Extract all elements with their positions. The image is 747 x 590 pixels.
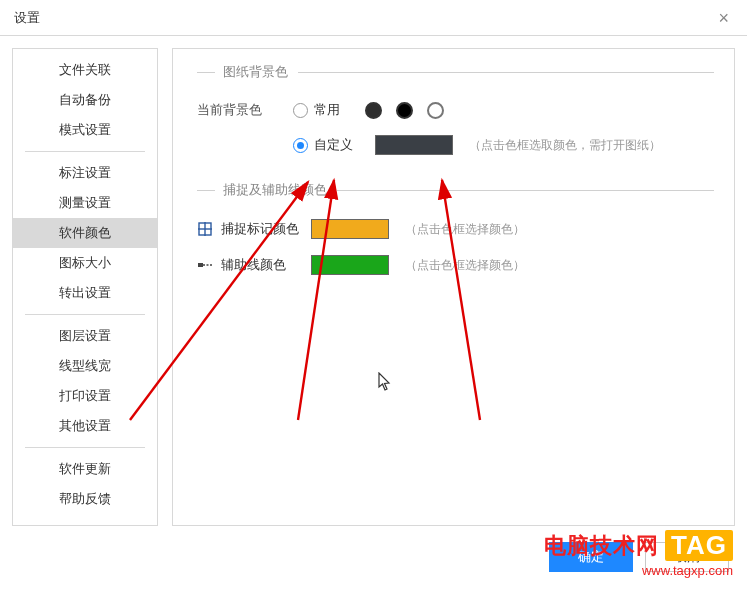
sidebar-item[interactable]: 其他设置	[13, 411, 157, 441]
sidebar-item[interactable]: 软件颜色	[13, 218, 157, 248]
sidebar-item[interactable]: 软件更新	[13, 454, 157, 484]
sidebar-item[interactable]: 标注设置	[13, 158, 157, 188]
title-bar: 设置 ×	[0, 0, 747, 36]
dialog-buttons: 确定 取消	[549, 542, 729, 572]
label-custom: 自定义	[314, 136, 353, 154]
preset-color-empty[interactable]	[427, 102, 444, 119]
sidebar-item[interactable]: 自动备份	[13, 85, 157, 115]
label-common: 常用	[314, 101, 340, 119]
sidebar-item[interactable]: 图层设置	[13, 321, 157, 351]
main-area: 文件关联自动备份模式设置标注设置测量设置软件颜色图标大小转出设置图层设置线型线宽…	[0, 36, 747, 526]
svg-rect-3	[198, 263, 203, 267]
settings-content: 图纸背景色 当前背景色 常用 自定义 （点击色框选取颜色，需打开图纸）	[172, 48, 735, 526]
close-icon[interactable]: ×	[714, 5, 733, 31]
sidebar-item[interactable]: 文件关联	[13, 55, 157, 85]
legend-text: 图纸背景色	[223, 63, 288, 81]
snap-marker-icon	[197, 221, 213, 237]
row-custom-bg: 自定义 （点击色框选取颜色，需打开图纸）	[197, 135, 714, 155]
guide-line-hint: （点击色框选择颜色）	[405, 257, 525, 274]
sidebar-item[interactable]: 线型线宽	[13, 351, 157, 381]
settings-sidebar: 文件关联自动备份模式设置标注设置测量设置软件颜色图标大小转出设置图层设置线型线宽…	[12, 48, 158, 526]
sidebar-item[interactable]: 打印设置	[13, 381, 157, 411]
snap-marker-swatch[interactable]	[311, 219, 389, 239]
legend-text: 捕捉及辅助线颜色	[223, 181, 327, 199]
section-bg-color: 图纸背景色 当前背景色 常用 自定义 （点击色框选取颜色，需打开图纸）	[197, 63, 714, 155]
label-current-bg: 当前背景色	[197, 101, 293, 119]
custom-color-swatch[interactable]	[375, 135, 453, 155]
row-current-bg: 当前背景色 常用	[197, 101, 714, 119]
sidebar-item[interactable]: 模式设置	[13, 115, 157, 145]
radio-common[interactable]	[293, 103, 308, 118]
custom-hint: （点击色框选取颜色，需打开图纸）	[469, 137, 661, 154]
label-guide-line: 辅助线颜色	[221, 256, 307, 274]
radio-custom[interactable]	[293, 138, 308, 153]
row-snap-marker: 捕捉标记颜色 （点击色框选择颜色）	[197, 219, 714, 239]
sidebar-item[interactable]: 帮助反馈	[13, 484, 157, 514]
row-guide-line: 辅助线颜色 （点击色框选择颜色）	[197, 255, 714, 275]
sidebar-item[interactable]: 图标大小	[13, 248, 157, 278]
guide-line-swatch[interactable]	[311, 255, 389, 275]
preset-color-2[interactable]	[396, 102, 413, 119]
label-snap-marker: 捕捉标记颜色	[221, 220, 307, 238]
ok-button[interactable]: 确定	[549, 542, 633, 572]
sidebar-item[interactable]: 转出设置	[13, 278, 157, 308]
cancel-button[interactable]: 取消	[645, 542, 729, 572]
window-title: 设置	[14, 9, 40, 27]
sidebar-item[interactable]: 测量设置	[13, 188, 157, 218]
snap-marker-hint: （点击色框选择颜色）	[405, 221, 525, 238]
preset-color-1[interactable]	[365, 102, 382, 119]
section-legend: 图纸背景色	[197, 63, 714, 81]
section-legend: 捕捉及辅助线颜色	[197, 181, 714, 199]
section-snap-guide: 捕捉及辅助线颜色 捕捉标记颜色 （点击色框选择颜色）	[197, 181, 714, 275]
guide-line-icon	[197, 257, 213, 273]
